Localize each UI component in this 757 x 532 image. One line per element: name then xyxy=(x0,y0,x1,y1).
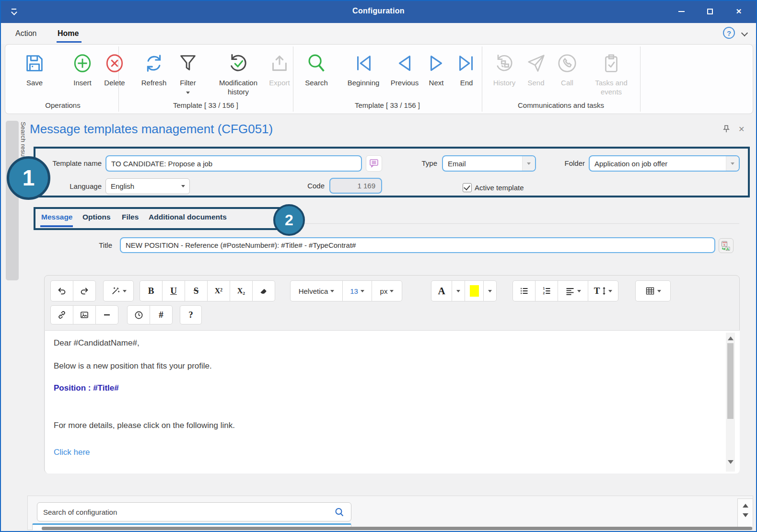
font-size-select[interactable]: 13 xyxy=(342,280,372,301)
chevron-down-icon xyxy=(456,290,460,292)
underline-button[interactable]: U xyxy=(162,280,185,301)
numbered-list-button[interactable]: 12 xyxy=(535,280,558,301)
next-icon xyxy=(423,48,449,78)
end-button[interactable]: End xyxy=(453,48,480,87)
text-color-caret[interactable] xyxy=(452,280,465,301)
history-button: History xyxy=(488,48,521,87)
insert-icon xyxy=(66,48,99,78)
tab-action[interactable]: Action xyxy=(15,29,36,38)
pin-icon[interactable] xyxy=(722,125,731,133)
template-name-input[interactable] xyxy=(105,155,362,172)
group-label-template-1: Template [ 33 / 156 ] xyxy=(118,101,293,109)
font-family-select[interactable]: Helvetica xyxy=(290,280,343,301)
send-icon xyxy=(522,48,550,78)
insert-button[interactable]: Insert xyxy=(66,48,99,87)
magic-wand-button[interactable] xyxy=(103,280,134,301)
type-select[interactable]: Email xyxy=(442,155,536,172)
image-button[interactable] xyxy=(73,305,96,324)
scroll-up-icon[interactable] xyxy=(728,336,734,340)
tab-options[interactable]: Options xyxy=(82,213,111,221)
editor-help-button[interactable]: ? xyxy=(180,305,202,324)
save-button[interactable]: Save xyxy=(16,48,53,87)
delete-button[interactable]: Delete xyxy=(99,48,130,87)
message-title-label: Title xyxy=(82,241,112,249)
collapsed-panel-handle[interactable] xyxy=(6,121,19,280)
footer-scrollbar[interactable] xyxy=(737,498,753,528)
folder-select[interactable]: Application on job offer xyxy=(589,155,740,172)
save-icon xyxy=(16,48,53,78)
subscript-button[interactable]: X₂ xyxy=(230,280,253,301)
step-badge-1: 1 xyxy=(7,156,50,200)
close-panel-icon[interactable]: ✕ xyxy=(738,125,745,134)
language-select[interactable]: English xyxy=(105,178,190,194)
code-field: 1 169 xyxy=(329,178,382,194)
highlight-color-caret[interactable] xyxy=(483,280,497,301)
bold-button[interactable]: B xyxy=(140,280,163,301)
eraser-button[interactable] xyxy=(252,280,275,301)
chevron-down-icon xyxy=(488,290,492,292)
minimize-button[interactable] xyxy=(671,5,691,18)
scroll-down-icon[interactable] xyxy=(743,513,748,517)
strikethrough-button[interactable]: S xyxy=(185,280,208,301)
tab-home[interactable]: Home xyxy=(58,29,79,38)
svg-text:A: A xyxy=(726,246,729,251)
active-tab-underline xyxy=(40,225,73,227)
toolbar-group-table xyxy=(635,280,671,301)
active-template-checkbox[interactable] xyxy=(463,183,472,192)
body-position: Position : #Title# xyxy=(54,383,119,393)
search-icon[interactable] xyxy=(334,507,345,518)
comment-button[interactable] xyxy=(366,155,382,172)
toolbar-group-color: A xyxy=(431,280,497,301)
tab-message[interactable]: Message xyxy=(41,213,72,221)
next-button[interactable]: Next xyxy=(423,48,449,87)
modification-history-button[interactable]: Modification history xyxy=(208,48,269,96)
filter-dropdown-caret xyxy=(186,92,190,94)
redo-button[interactable] xyxy=(73,280,96,301)
rich-text-editor: B U S X² X₂ Helvetica 13 px A 12 T xyxy=(44,275,740,473)
horizontal-rule-button[interactable] xyxy=(95,305,118,324)
beginning-button[interactable]: Beginning xyxy=(341,48,386,87)
filter-icon xyxy=(174,48,202,78)
help-circle-icon[interactable]: ? xyxy=(723,27,735,39)
tab-files[interactable]: Files xyxy=(122,213,139,221)
chevron-down-icon xyxy=(731,162,734,165)
bullet-list-button[interactable] xyxy=(512,280,536,301)
font-unit-select[interactable]: px xyxy=(372,280,402,301)
highlight-color-button[interactable] xyxy=(465,280,484,301)
chevron-down-icon xyxy=(657,290,661,292)
editor-content[interactable]: Dear #CandidatName#, Below is a new posi… xyxy=(45,330,740,474)
table-button[interactable] xyxy=(635,280,671,301)
previous-icon xyxy=(386,48,423,78)
toolbar-group-format: B U S X² X₂ xyxy=(140,280,275,301)
chevron-down-icon xyxy=(608,290,612,292)
search-button[interactable]: Search xyxy=(300,48,333,87)
template-name-label: Template name xyxy=(43,159,102,167)
superscript-button[interactable]: X² xyxy=(207,280,230,301)
close-button[interactable]: ✕ xyxy=(729,5,749,18)
editor-scrollbar[interactable] xyxy=(726,333,735,472)
horizontal-scrollbar-thumb[interactable] xyxy=(42,527,752,530)
refresh-button[interactable]: Refresh xyxy=(134,48,174,87)
align-button[interactable] xyxy=(558,280,588,301)
toolbar-group-history xyxy=(50,280,96,301)
message-title-input[interactable] xyxy=(120,237,715,253)
maximize-button[interactable] xyxy=(700,5,720,18)
text-color-button[interactable]: A xyxy=(431,280,452,301)
scroll-up-icon[interactable] xyxy=(743,504,748,508)
line-height-button[interactable]: T xyxy=(588,280,618,301)
toolbar-group-insert xyxy=(50,305,118,324)
link-button[interactable] xyxy=(50,305,73,324)
translate-button[interactable]: xA xyxy=(719,238,734,253)
previous-button[interactable]: Previous xyxy=(386,48,423,87)
scrollbar-thumb[interactable] xyxy=(727,343,734,419)
title-bar: Configuration ✕ xyxy=(1,1,756,23)
clock-button[interactable] xyxy=(127,305,150,324)
configuration-search-input[interactable] xyxy=(37,502,351,521)
tab-additional-documents[interactable]: Additional documents xyxy=(149,213,227,221)
body-link[interactable]: Click here xyxy=(54,448,90,457)
tabs-hairline xyxy=(305,223,739,224)
scroll-down-icon[interactable] xyxy=(728,460,734,464)
merge-field-button[interactable]: # xyxy=(150,305,173,324)
filter-button[interactable]: Filter xyxy=(174,48,202,96)
undo-button[interactable] xyxy=(50,280,73,301)
